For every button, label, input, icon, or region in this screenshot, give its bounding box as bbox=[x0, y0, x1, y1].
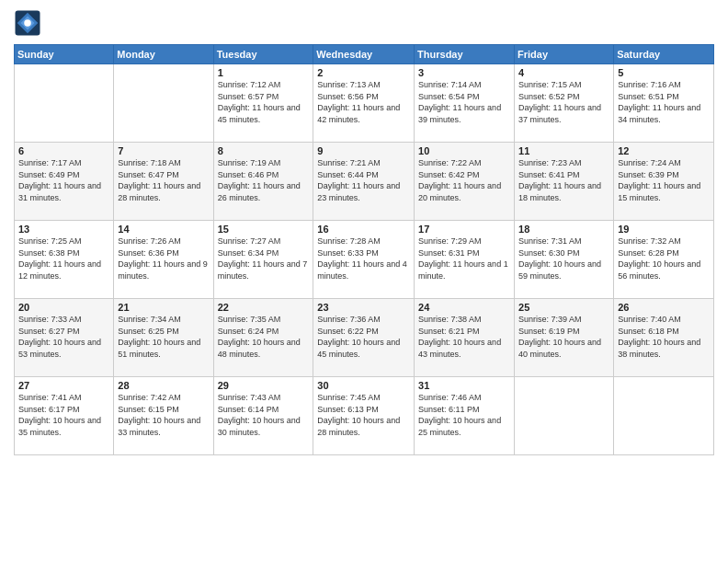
calendar-cell: 22Sunrise: 7:35 AM Sunset: 6:24 PM Dayli… bbox=[213, 299, 313, 377]
day-info: Sunrise: 7:36 AM Sunset: 6:22 PM Dayligh… bbox=[317, 314, 410, 360]
weekday-header-saturday: Saturday bbox=[614, 45, 714, 64]
day-number: 25 bbox=[518, 302, 609, 313]
calendar-cell bbox=[515, 377, 614, 455]
day-info: Sunrise: 7:12 AM Sunset: 6:57 PM Dayligh… bbox=[218, 79, 310, 125]
day-info: Sunrise: 7:28 AM Sunset: 6:33 PM Dayligh… bbox=[317, 236, 410, 282]
calendar-cell: 18Sunrise: 7:31 AM Sunset: 6:30 PM Dayli… bbox=[515, 221, 614, 299]
calendar-cell: 29Sunrise: 7:43 AM Sunset: 6:14 PM Dayli… bbox=[213, 377, 313, 455]
calendar-cell bbox=[114, 64, 213, 143]
day-number: 11 bbox=[518, 145, 609, 156]
day-info: Sunrise: 7:18 AM Sunset: 6:47 PM Dayligh… bbox=[118, 157, 209, 203]
day-number: 1 bbox=[218, 67, 310, 78]
calendar-cell: 6Sunrise: 7:17 AM Sunset: 6:49 PM Daylig… bbox=[15, 143, 114, 221]
calendar-cell: 21Sunrise: 7:34 AM Sunset: 6:25 PM Dayli… bbox=[114, 299, 213, 377]
calendar-cell: 28Sunrise: 7:42 AM Sunset: 6:15 PM Dayli… bbox=[114, 377, 213, 455]
day-info: Sunrise: 7:41 AM Sunset: 6:17 PM Dayligh… bbox=[18, 392, 109, 438]
calendar-body: 1Sunrise: 7:12 AM Sunset: 6:57 PM Daylig… bbox=[15, 64, 714, 455]
calendar-week-4: 20Sunrise: 7:33 AM Sunset: 6:27 PM Dayli… bbox=[15, 299, 714, 377]
day-number: 13 bbox=[18, 224, 109, 235]
day-number: 21 bbox=[118, 302, 209, 313]
day-number: 23 bbox=[317, 302, 410, 313]
calendar-cell: 11Sunrise: 7:23 AM Sunset: 6:41 PM Dayli… bbox=[515, 143, 614, 221]
calendar-cell: 3Sunrise: 7:14 AM Sunset: 6:54 PM Daylig… bbox=[415, 64, 515, 143]
day-info: Sunrise: 7:32 AM Sunset: 6:28 PM Dayligh… bbox=[618, 236, 710, 282]
day-number: 3 bbox=[418, 67, 510, 78]
calendar-cell: 10Sunrise: 7:22 AM Sunset: 6:42 PM Dayli… bbox=[415, 143, 515, 221]
day-info: Sunrise: 7:40 AM Sunset: 6:18 PM Dayligh… bbox=[618, 314, 710, 360]
day-number: 22 bbox=[218, 302, 310, 313]
calendar-cell: 24Sunrise: 7:38 AM Sunset: 6:21 PM Dayli… bbox=[415, 299, 515, 377]
day-info: Sunrise: 7:46 AM Sunset: 6:11 PM Dayligh… bbox=[418, 392, 510, 438]
calendar-week-2: 6Sunrise: 7:17 AM Sunset: 6:49 PM Daylig… bbox=[15, 143, 714, 221]
calendar-cell: 15Sunrise: 7:27 AM Sunset: 6:34 PM Dayli… bbox=[213, 221, 313, 299]
calendar-cell: 26Sunrise: 7:40 AM Sunset: 6:18 PM Dayli… bbox=[614, 299, 714, 377]
day-info: Sunrise: 7:23 AM Sunset: 6:41 PM Dayligh… bbox=[518, 157, 609, 203]
weekday-header-friday: Friday bbox=[515, 45, 614, 64]
weekday-header-wednesday: Wednesday bbox=[313, 45, 415, 64]
day-number: 9 bbox=[317, 145, 410, 156]
calendar-cell: 16Sunrise: 7:28 AM Sunset: 6:33 PM Dayli… bbox=[313, 221, 415, 299]
day-number: 28 bbox=[118, 380, 209, 391]
calendar-table: SundayMondayTuesdayWednesdayThursdayFrid… bbox=[14, 44, 714, 455]
weekday-header-sunday: Sunday bbox=[15, 45, 114, 64]
day-info: Sunrise: 7:29 AM Sunset: 6:31 PM Dayligh… bbox=[418, 236, 510, 282]
calendar-cell: 27Sunrise: 7:41 AM Sunset: 6:17 PM Dayli… bbox=[15, 377, 114, 455]
calendar-cell: 30Sunrise: 7:45 AM Sunset: 6:13 PM Dayli… bbox=[313, 377, 415, 455]
day-number: 19 bbox=[618, 224, 710, 235]
day-number: 17 bbox=[418, 224, 510, 235]
day-number: 18 bbox=[518, 224, 609, 235]
day-info: Sunrise: 7:15 AM Sunset: 6:52 PM Dayligh… bbox=[518, 79, 609, 125]
calendar-cell: 14Sunrise: 7:26 AM Sunset: 6:36 PM Dayli… bbox=[114, 221, 213, 299]
day-number: 6 bbox=[18, 145, 109, 156]
day-number: 4 bbox=[518, 67, 609, 78]
day-info: Sunrise: 7:17 AM Sunset: 6:49 PM Dayligh… bbox=[18, 157, 109, 203]
day-number: 10 bbox=[418, 145, 510, 156]
day-number: 29 bbox=[218, 380, 310, 391]
day-info: Sunrise: 7:19 AM Sunset: 6:46 PM Dayligh… bbox=[218, 157, 310, 203]
day-info: Sunrise: 7:33 AM Sunset: 6:27 PM Dayligh… bbox=[18, 314, 109, 360]
day-info: Sunrise: 7:21 AM Sunset: 6:44 PM Dayligh… bbox=[317, 157, 410, 203]
logo-icon bbox=[14, 9, 41, 37]
day-number: 2 bbox=[317, 67, 410, 78]
day-number: 12 bbox=[618, 145, 710, 156]
calendar-cell: 1Sunrise: 7:12 AM Sunset: 6:57 PM Daylig… bbox=[213, 64, 313, 143]
day-info: Sunrise: 7:45 AM Sunset: 6:13 PM Dayligh… bbox=[317, 392, 410, 438]
day-info: Sunrise: 7:25 AM Sunset: 6:38 PM Dayligh… bbox=[18, 236, 109, 282]
day-number: 30 bbox=[317, 380, 410, 391]
calendar-cell: 9Sunrise: 7:21 AM Sunset: 6:44 PM Daylig… bbox=[313, 143, 415, 221]
day-number: 27 bbox=[18, 380, 109, 391]
day-info: Sunrise: 7:27 AM Sunset: 6:34 PM Dayligh… bbox=[218, 236, 310, 282]
calendar-cell: 2Sunrise: 7:13 AM Sunset: 6:56 PM Daylig… bbox=[313, 64, 415, 143]
day-info: Sunrise: 7:34 AM Sunset: 6:25 PM Dayligh… bbox=[118, 314, 209, 360]
calendar-cell: 8Sunrise: 7:19 AM Sunset: 6:46 PM Daylig… bbox=[213, 143, 313, 221]
weekday-header-monday: Monday bbox=[114, 45, 213, 64]
calendar-cell: 20Sunrise: 7:33 AM Sunset: 6:27 PM Dayli… bbox=[15, 299, 114, 377]
day-number: 15 bbox=[218, 224, 310, 235]
day-info: Sunrise: 7:16 AM Sunset: 6:51 PM Dayligh… bbox=[618, 79, 710, 125]
calendar-cell: 25Sunrise: 7:39 AM Sunset: 6:19 PM Dayli… bbox=[515, 299, 614, 377]
day-info: Sunrise: 7:13 AM Sunset: 6:56 PM Dayligh… bbox=[317, 79, 410, 125]
day-info: Sunrise: 7:26 AM Sunset: 6:36 PM Dayligh… bbox=[118, 236, 209, 282]
calendar-week-3: 13Sunrise: 7:25 AM Sunset: 6:38 PM Dayli… bbox=[15, 221, 714, 299]
calendar-cell: 31Sunrise: 7:46 AM Sunset: 6:11 PM Dayli… bbox=[415, 377, 515, 455]
calendar-cell bbox=[15, 64, 114, 143]
calendar-week-5: 27Sunrise: 7:41 AM Sunset: 6:17 PM Dayli… bbox=[15, 377, 714, 455]
calendar-cell: 4Sunrise: 7:15 AM Sunset: 6:52 PM Daylig… bbox=[515, 64, 614, 143]
calendar-cell: 17Sunrise: 7:29 AM Sunset: 6:31 PM Dayli… bbox=[415, 221, 515, 299]
day-info: Sunrise: 7:42 AM Sunset: 6:15 PM Dayligh… bbox=[118, 392, 209, 438]
day-info: Sunrise: 7:24 AM Sunset: 6:39 PM Dayligh… bbox=[618, 157, 710, 203]
day-info: Sunrise: 7:31 AM Sunset: 6:30 PM Dayligh… bbox=[518, 236, 609, 282]
calendar-cell: 7Sunrise: 7:18 AM Sunset: 6:47 PM Daylig… bbox=[114, 143, 213, 221]
day-info: Sunrise: 7:35 AM Sunset: 6:24 PM Dayligh… bbox=[218, 314, 310, 360]
page-container: SundayMondayTuesdayWednesdayThursdayFrid… bbox=[0, 0, 728, 563]
svg-point-3 bbox=[24, 19, 31, 27]
day-number: 5 bbox=[618, 67, 710, 78]
calendar-cell: 12Sunrise: 7:24 AM Sunset: 6:39 PM Dayli… bbox=[614, 143, 714, 221]
day-number: 26 bbox=[618, 302, 710, 313]
calendar-cell bbox=[614, 377, 714, 455]
day-number: 20 bbox=[18, 302, 109, 313]
logo bbox=[14, 9, 45, 37]
calendar-cell: 19Sunrise: 7:32 AM Sunset: 6:28 PM Dayli… bbox=[614, 221, 714, 299]
calendar-cell: 5Sunrise: 7:16 AM Sunset: 6:51 PM Daylig… bbox=[614, 64, 714, 143]
page-header bbox=[14, 9, 714, 37]
